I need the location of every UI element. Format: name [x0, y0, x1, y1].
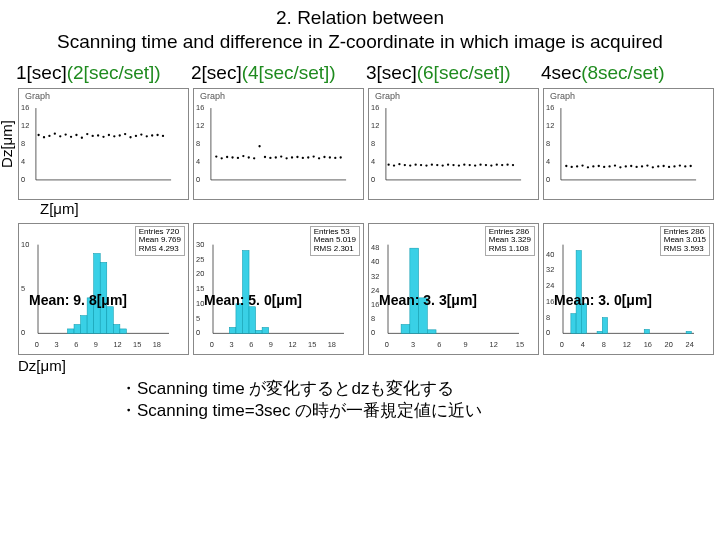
svg-text:4: 4	[21, 157, 25, 166]
svg-point-7	[37, 133, 39, 135]
mean-label: Mean: 3. 3[μm]	[379, 292, 477, 308]
svg-point-78	[436, 163, 438, 165]
svg-point-88	[490, 164, 492, 166]
svg-point-29	[156, 133, 158, 135]
svg-point-86	[479, 163, 481, 165]
svg-rect-200	[686, 331, 691, 333]
scatter-2sec: Graph 0481216	[193, 88, 364, 200]
svg-text:15: 15	[516, 340, 524, 349]
svg-point-27	[146, 135, 148, 137]
svg-point-60	[334, 156, 336, 158]
y-axis-label: Dz[μm]	[0, 120, 15, 168]
svg-point-57	[318, 157, 320, 159]
svg-point-122	[684, 165, 686, 167]
svg-rect-154	[229, 327, 236, 333]
svg-point-20	[108, 133, 110, 135]
svg-point-118	[662, 164, 664, 166]
svg-point-47	[264, 155, 266, 157]
hist-row: Entries 720 Mean 9.769 RMS 4.293 Mean: 9…	[0, 221, 720, 357]
svg-point-56	[312, 155, 314, 157]
stats-box: Entries 286 Mean 3.329 RMS 1.108	[485, 226, 535, 256]
svg-point-92	[512, 163, 514, 165]
svg-rect-179	[427, 329, 436, 333]
svg-text:12: 12	[21, 121, 29, 130]
svg-text:32: 32	[371, 271, 379, 280]
hist-x-axis-label: Dz[μm]	[0, 357, 720, 374]
svg-text:8: 8	[546, 312, 550, 321]
hist-1sec: Entries 720 Mean 9.769 RMS 4.293 Mean: 9…	[18, 223, 189, 355]
svg-point-49	[275, 156, 277, 158]
svg-point-30	[162, 134, 164, 136]
svg-point-77	[431, 163, 433, 165]
svg-text:16: 16	[644, 340, 652, 349]
svg-text:12: 12	[623, 340, 631, 349]
svg-point-16	[86, 132, 88, 134]
svg-text:8: 8	[21, 139, 25, 148]
svg-point-123	[690, 164, 692, 166]
svg-point-75	[420, 163, 422, 165]
svg-point-51	[285, 157, 287, 159]
svg-point-113	[635, 165, 637, 167]
svg-point-40	[226, 155, 228, 157]
svg-point-103	[581, 164, 583, 166]
svg-point-61	[340, 156, 342, 158]
svg-point-80	[447, 163, 449, 165]
svg-text:3: 3	[229, 340, 233, 349]
scatter-row: Dz[μm] Graph 0481216 Graph 0481216 Graph…	[0, 86, 720, 202]
svg-text:9: 9	[269, 340, 273, 349]
svg-point-112	[630, 164, 632, 166]
svg-rect-199	[644, 329, 649, 333]
stats-box: Entries 53 Mean 5.019 RMS 2.301	[310, 226, 360, 256]
svg-rect-177	[410, 248, 419, 333]
svg-text:3: 3	[54, 340, 58, 349]
svg-text:6: 6	[249, 340, 253, 349]
svg-point-55	[307, 156, 309, 158]
hist-4sec: Entries 286 Mean 3.015 RMS 3.593 Mean: 3…	[543, 223, 714, 355]
svg-point-83	[463, 163, 465, 165]
svg-point-108	[608, 165, 610, 167]
hist-3sec: Entries 286 Mean 3.329 RMS 1.108 Mean: 3…	[368, 223, 539, 355]
svg-text:20: 20	[665, 340, 673, 349]
svg-point-13	[70, 135, 72, 137]
svg-point-53	[296, 155, 298, 157]
svg-point-43	[242, 154, 244, 156]
stats-box: Entries 286 Mean 3.015 RMS 3.593	[660, 226, 710, 256]
svg-text:16: 16	[371, 103, 379, 112]
svg-rect-131	[81, 315, 88, 333]
svg-text:16: 16	[546, 103, 554, 112]
svg-point-90	[501, 163, 503, 165]
svg-rect-159	[262, 327, 269, 333]
svg-point-69	[387, 163, 389, 165]
svg-point-38	[215, 155, 217, 157]
svg-text:0: 0	[560, 340, 564, 349]
svg-text:12: 12	[196, 121, 204, 130]
svg-text:0: 0	[371, 328, 375, 337]
svg-text:12: 12	[490, 340, 498, 349]
svg-point-114	[641, 165, 643, 167]
svg-text:9: 9	[94, 340, 98, 349]
svg-point-82	[458, 164, 460, 166]
svg-point-111	[625, 165, 627, 167]
svg-point-41	[231, 156, 233, 158]
svg-point-17	[92, 134, 94, 136]
svg-point-39	[221, 157, 223, 159]
svg-text:32: 32	[546, 265, 554, 274]
svg-point-10	[54, 132, 56, 134]
svg-text:40: 40	[371, 257, 379, 266]
svg-point-72	[404, 163, 406, 165]
notes: ・Scanning time が変化するとdzも変化する ・Scanning t…	[0, 378, 720, 424]
svg-text:18: 18	[328, 340, 336, 349]
svg-point-23	[124, 132, 126, 134]
svg-rect-135	[107, 306, 114, 333]
svg-point-54	[302, 156, 304, 158]
svg-point-58	[323, 155, 325, 157]
svg-text:0: 0	[546, 328, 550, 337]
svg-text:40: 40	[546, 249, 554, 258]
svg-text:4: 4	[371, 157, 375, 166]
hist-2sec: Entries 53 Mean 5.019 RMS 2.301 Mean: 5.…	[193, 223, 364, 355]
svg-point-121	[679, 164, 681, 166]
svg-point-44	[248, 156, 250, 158]
svg-rect-194	[571, 313, 576, 333]
svg-point-28	[151, 134, 153, 136]
svg-rect-137	[120, 328, 127, 332]
